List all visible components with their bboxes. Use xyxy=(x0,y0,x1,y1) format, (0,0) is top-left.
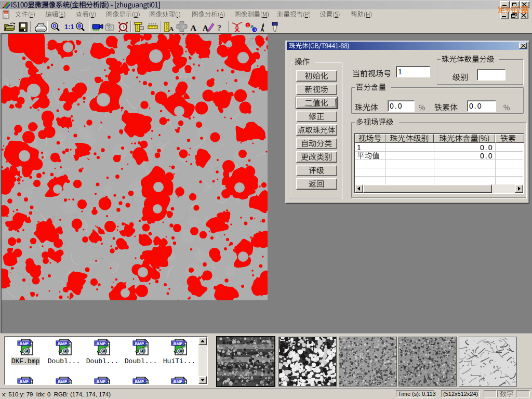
svg-text:BMP: BMP xyxy=(135,379,144,384)
svg-text:?: ? xyxy=(217,23,221,32)
svg-text:BMP: BMP xyxy=(135,341,144,346)
svg-text:DOC: DOC xyxy=(4,12,9,15)
svg-text:BMP: BMP xyxy=(20,341,29,346)
svg-text:BMP: BMP xyxy=(97,341,106,346)
svg-text:BMP: BMP xyxy=(174,379,183,384)
svg-text:BMP: BMP xyxy=(58,341,68,346)
svg-text:BMP: BMP xyxy=(174,341,183,346)
svg-text:BMP: BMP xyxy=(97,379,106,384)
svg-text:3: 3 xyxy=(254,28,256,32)
svg-text:A: A xyxy=(190,23,197,33)
svg-text:1:1: 1:1 xyxy=(64,23,74,31)
svg-text:1: 1 xyxy=(247,23,249,28)
svg-text:BMP: BMP xyxy=(20,379,29,384)
svg-text:A: A xyxy=(169,25,174,33)
svg-text:BMP: BMP xyxy=(58,379,68,384)
